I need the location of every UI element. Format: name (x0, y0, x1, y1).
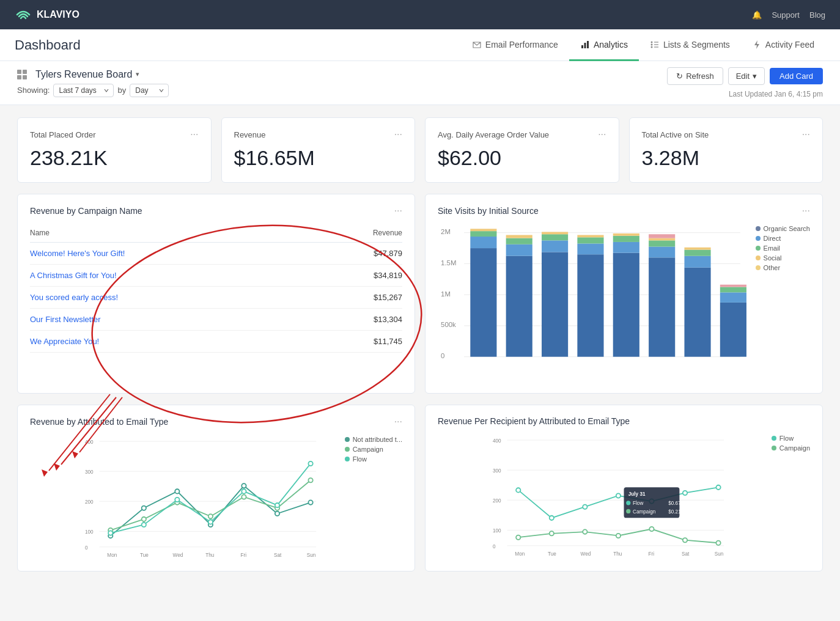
legend-label-3: Social (764, 254, 782, 262)
table-row: Welcome! Here's Your Gift! $47,879 (30, 243, 402, 265)
svg-point-113 (683, 538, 687, 542)
site-visits-legend-item-1: Direct (756, 235, 810, 242)
site-visits-legend-item-3: Social (756, 254, 810, 262)
charts-row-2: Revenue by Attributed to Email Type ··· … (17, 405, 823, 571)
metric-title-3: Total Active on Site (642, 130, 709, 139)
svg-point-77 (108, 531, 112, 535)
tab-analytics[interactable]: Analytics (569, 30, 639, 61)
add-card-label: Add Card (779, 72, 813, 81)
svg-text:Campaign: Campaign (633, 509, 656, 515)
tab-analytics-label: Analytics (594, 40, 628, 50)
svg-point-76 (308, 478, 312, 482)
tab-activity-feed[interactable]: Activity Feed (741, 30, 825, 61)
svg-rect-21 (470, 237, 496, 248)
svg-point-4 (650, 44, 652, 46)
rev-email-legend-item-1: Campaign (345, 446, 402, 453)
svg-rect-36 (613, 253, 639, 357)
campaign-name-0[interactable]: Welcome! Here's Your Gift! (30, 243, 314, 265)
klaviyo-logo-icon (15, 9, 32, 21)
svg-text:300: 300 (85, 469, 94, 475)
svg-point-3 (650, 42, 652, 43)
analytics-icon (580, 40, 590, 50)
refresh-label: Refresh (686, 72, 714, 81)
tab-lists-segments-label: Lists & Segments (663, 40, 730, 50)
metric-title-1: Revenue (234, 130, 266, 139)
refresh-button[interactable]: ↻ Refresh (667, 67, 723, 85)
rpr-label-1: Campaign (779, 444, 810, 452)
nav-tabs: Email Performance Analytics Lists & Segm… (461, 29, 825, 61)
metric-dots-0[interactable]: ··· (190, 129, 198, 140)
svg-rect-24 (506, 256, 532, 357)
rev-email-label-1: Campaign (353, 446, 383, 453)
metrics-row: Total Placed Order ··· 238.21K Revenue ·… (17, 117, 823, 183)
blog-link[interactable]: Blog (809, 10, 825, 20)
campaign-name-3[interactable]: Our First Newsletter (30, 309, 314, 331)
campaign-name-1[interactable]: A Christmas Gift for You! (30, 265, 314, 287)
board-name[interactable]: Tylers Revenue Board ▾ (35, 69, 139, 80)
add-card-button[interactable]: Add Card (770, 68, 823, 84)
legend-label-4: Other (764, 264, 781, 271)
period-select[interactable]: Last 7 days Last 30 days Last 90 days (53, 84, 114, 97)
site-visits-legend-item-0: Organic Search (756, 225, 810, 232)
svg-text:Tue: Tue (548, 551, 556, 557)
tab-lists-segments[interactable]: Lists & Segments (639, 30, 741, 61)
revenue-per-recipient-legend: FlowCampaign (772, 435, 810, 452)
svg-text:400: 400 (493, 438, 501, 443)
rpr-dot-0 (772, 436, 776, 441)
topnav-right: 🔔 Support Blog (752, 10, 825, 20)
revenue-email-type-dots[interactable]: ··· (394, 416, 402, 427)
bell-icon[interactable]: 🔔 (752, 10, 762, 20)
metric-dots-2[interactable]: ··· (598, 129, 606, 140)
board-toolbar-left: Tylers Revenue Board ▾ (17, 69, 169, 80)
board-toolbar-btns: ↻ Refresh Edit ▾ Add Card (667, 67, 823, 85)
metric-value-2: $62.00 (438, 146, 606, 170)
site-visits-chart-area: 2M 1.5M 1M 500k 0 (438, 225, 810, 382)
metric-dots-3[interactable]: ··· (802, 129, 810, 140)
svg-rect-1 (584, 43, 586, 48)
svg-text:400: 400 (85, 439, 94, 444)
svg-text:300: 300 (493, 468, 501, 474)
svg-text:100: 100 (493, 528, 501, 534)
granularity-select[interactable]: Day Week Month (130, 84, 169, 97)
rev-email-legend-item-2: Flow (345, 455, 402, 463)
site-visits-dots[interactable]: ··· (802, 205, 810, 216)
svg-point-111 (616, 534, 621, 538)
svg-text:Tue: Tue (140, 553, 149, 558)
board-toolbar: Tylers Revenue Board ▾ Showing: Last 7 d… (0, 61, 840, 105)
rev-email-legend-item-0: Not attributed t... (345, 436, 402, 443)
svg-text:2M: 2M (441, 228, 451, 235)
grid-cell (17, 70, 21, 74)
svg-text:Fri: Fri (649, 551, 655, 557)
rpr-legend-item-0: Flow (772, 435, 810, 442)
svg-point-112 (649, 527, 654, 531)
metric-card-0: Total Placed Order ··· 238.21K (17, 117, 212, 183)
email-icon (472, 40, 482, 50)
rpr-label-0: Flow (779, 435, 794, 442)
legend-label-0: Organic Search (764, 225, 810, 232)
revenue-per-recipient-header: Revenue Per Recipient by Attributed to E… (438, 416, 810, 426)
svg-text:100: 100 (85, 529, 94, 535)
metric-dots-1[interactable]: ··· (394, 129, 402, 140)
showing-label: Showing: (17, 86, 50, 95)
svg-text:July 31: July 31 (628, 491, 646, 497)
edit-label: Edit (736, 72, 750, 81)
svg-point-110 (583, 529, 587, 534)
edit-button[interactable]: Edit ▾ (728, 67, 765, 85)
campaign-name-2[interactable]: You scored early access! (30, 287, 314, 309)
svg-point-78 (142, 523, 146, 527)
support-link[interactable]: Support (772, 10, 800, 20)
svg-text:Thu: Thu (205, 553, 214, 558)
campaign-name-4[interactable]: We Appreciate You! (30, 331, 314, 353)
svg-point-127 (626, 509, 630, 513)
revenue-email-type-title: Revenue by Attributed to Email Type (30, 417, 168, 427)
tab-email-performance[interactable]: Email Performance (461, 30, 569, 61)
list-icon (650, 40, 660, 50)
revenue-by-campaign-dots[interactable]: ··· (394, 205, 402, 216)
svg-text:Mon: Mon (107, 553, 117, 558)
svg-text:Wed: Wed (173, 553, 183, 558)
svg-rect-22 (470, 231, 496, 237)
svg-point-64 (142, 505, 146, 510)
svg-rect-42 (649, 240, 675, 246)
site-visits-card: Site Visits by Initial Source ··· 2M 1.5… (425, 194, 823, 394)
svg-rect-20 (470, 248, 496, 357)
